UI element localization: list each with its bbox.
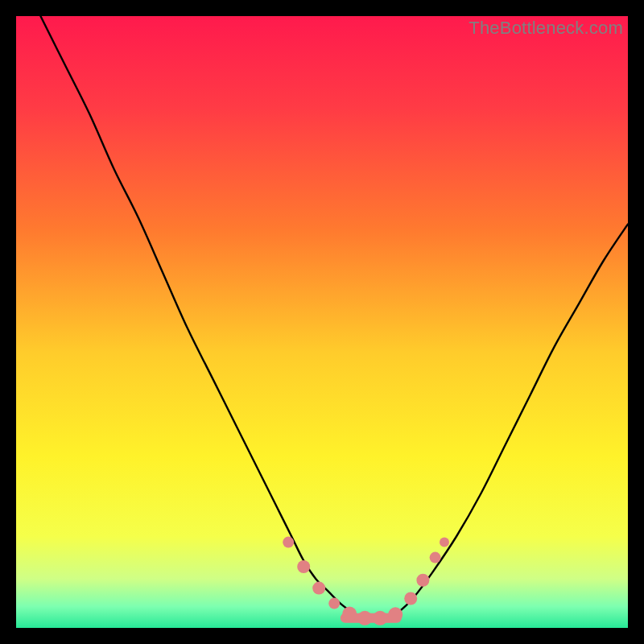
data-marker — [430, 552, 441, 564]
watermark-text: TheBottleneck.com — [469, 18, 623, 39]
data-marker — [342, 607, 357, 621]
data-marker — [357, 611, 372, 625]
data-marker — [283, 537, 294, 548]
data-marker — [440, 538, 449, 547]
data-marker — [388, 607, 402, 621]
data-marker — [297, 560, 310, 573]
chart-frame: TheBottleneck.com — [16, 16, 628, 628]
data-marker — [373, 611, 387, 625]
data-marker — [328, 598, 340, 609]
data-marker — [404, 592, 417, 605]
bottleneck-chart — [16, 16, 628, 628]
data-marker — [312, 582, 325, 595]
data-marker — [416, 574, 429, 587]
gradient-background — [16, 16, 628, 628]
